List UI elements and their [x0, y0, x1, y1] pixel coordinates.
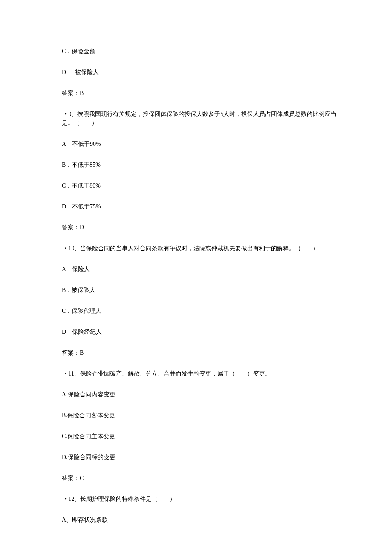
question-11: • 11、保险企业因破产、解散、分立、合并而发生的变更，属于（ ）变更。	[62, 369, 345, 378]
option-a: A、即存状况条款	[62, 515, 345, 524]
option-a: A．不低于90%	[62, 139, 345, 148]
question-12: • 12、长期护理保险的特殊条件是（ ）	[62, 494, 345, 503]
option-d: D．保险经纪人	[62, 327, 345, 336]
option-a: A.保险合同内容变更	[62, 390, 345, 399]
option-b: B.保险合同客体变更	[62, 411, 345, 420]
option-a: A．保险人	[62, 265, 345, 274]
option-c: C.保险合同主体变更	[62, 432, 345, 441]
option-d: D．不低于75%	[62, 202, 345, 211]
option-c: C．保险金额	[62, 47, 345, 56]
question-9: • 9、按照我国现行有关规定，投保团体保险的投保人数多于5人时，投保人员占团体成…	[62, 110, 345, 127]
question-10: • 10、当保险合同的当事人对合同条款有争议时，法院或仲裁机关要做出有利于的解释…	[62, 244, 345, 253]
answer: 答案：B	[62, 89, 345, 98]
option-b: B．被保险人	[62, 286, 345, 295]
option-d: D． 被保险人	[62, 68, 345, 77]
answer: 答案：D	[62, 223, 345, 232]
answer: 答案：C	[62, 474, 345, 483]
option-c: C．不低于80%	[62, 181, 345, 190]
option-b: B．不低于85%	[62, 160, 345, 169]
option-c: C．保险代理人	[62, 306, 345, 315]
answer: 答案：B	[62, 348, 345, 357]
option-d: D.保险合同标的变更	[62, 453, 345, 462]
